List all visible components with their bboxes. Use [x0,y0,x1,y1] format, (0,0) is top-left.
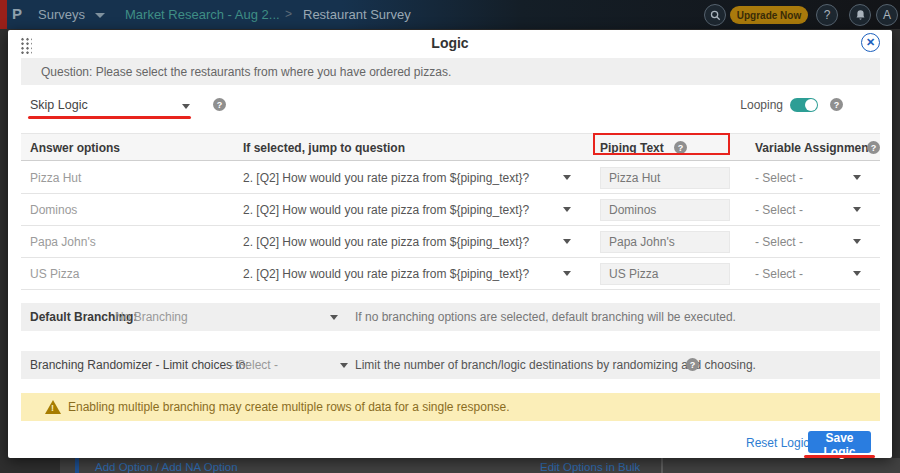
col-header-jump-to-question: If selected, jump to question [243,141,405,155]
branching-randomizer-label: Branching Randomizer - Limit choices to: [30,358,249,372]
piping-text-input[interactable] [600,231,730,253]
jump-to-question-dropdown[interactable]: 2. [Q2] How would you rate pizza from ${… [243,267,583,281]
col-header-variable-assignment: Variable Assignment [755,141,873,155]
jump-to-question-dropdown[interactable]: 2. [Q2] How would you rate pizza from ${… [243,235,583,249]
answer-option-label: Dominos [30,203,77,217]
chevron-down-icon [340,363,348,368]
branching-randomizer-dropdown[interactable]: - Select - [230,358,278,372]
col-header-answer-options: Answer options [30,141,120,155]
avatar[interactable]: A [876,4,898,26]
chevron-down-icon [563,271,571,276]
question-panel-accent [75,458,79,473]
variable-assignment-dropdown[interactable]: - Select - [755,203,865,217]
chevron-down-icon [330,315,338,320]
variable-assignment-dropdown[interactable]: - Select - [755,171,865,185]
question-text: Question: Please select the restaurants … [41,65,451,79]
save-logic-button[interactable]: Save Logic [808,431,871,453]
looping-help-icon[interactable]: ? [830,98,843,111]
question-summary-bar: Question: Please select the restaurants … [21,58,880,85]
chevron-down-icon [95,13,105,18]
sidebar-accent-strip [0,0,7,29]
close-button[interactable]: ✕ [861,33,880,52]
chevron-down-icon [853,175,861,180]
looping-toggle[interactable] [790,98,818,112]
warning-exclamation: ! [51,403,54,413]
answer-option-label: Papa John's [30,235,96,249]
table-row: Pizza Hut 2. [Q2] How would you rate piz… [21,162,880,194]
chevron-down-icon [853,239,861,244]
search-button[interactable] [704,4,726,26]
variable-assignment-help-icon[interactable]: ? [867,141,880,154]
toggle-knob [805,99,817,111]
table-row: Dominos 2. [Q2] How would you rate pizza… [21,194,880,226]
looping-label: Looping [698,98,783,112]
modal-title: Logic [8,35,892,51]
brand-logo[interactable]: P [12,5,22,22]
logic-modal: Logic ✕ Question: Please select the rest… [8,30,892,458]
help-icon: ? [824,8,831,22]
screen: P Surveys Market Research - Aug 2... > R… [0,0,900,473]
piping-text-input[interactable] [600,199,730,221]
breadcrumb-current: Restaurant Survey [303,7,411,22]
chevron-down-icon [563,239,571,244]
skip-logic-help-icon[interactable]: ? [213,98,226,111]
piping-text-input[interactable] [600,167,730,189]
answer-option-label: Pizza Hut [30,171,81,185]
chevron-down-icon [182,104,190,109]
jump-to-question-dropdown[interactable]: 2. [Q2] How would you rate pizza from ${… [243,171,583,185]
table-row: Papa John's 2. [Q2] How would you rate p… [21,226,880,258]
help-button[interactable]: ? [816,4,838,26]
answer-option-label: US Pizza [30,267,79,281]
jump-to-question-dropdown[interactable]: 2. [Q2] How would you rate pizza from ${… [243,203,583,217]
add-option-link[interactable]: Add Option / Add NA Option [95,461,238,473]
edit-options-in-bulk-link[interactable]: Edit Options in Bulk [540,461,640,473]
branching-randomizer-help-icon[interactable]: ? [686,358,699,371]
variable-assignment-dropdown[interactable]: - Select - [755,235,865,249]
bell-icon [855,9,866,21]
logic-type-dropdown[interactable]: Skip Logic [30,98,88,112]
default-branching-dropdown[interactable]: No Branching [115,310,188,324]
chevron-down-icon [563,175,571,180]
default-branching-note: If no branching options are selected, de… [355,310,736,324]
warning-text: Enabling multiple branching may create m… [68,400,510,414]
chevron-down-icon [563,207,571,212]
chevron-down-icon [853,271,861,276]
breadcrumb-parent[interactable]: Market Research - Aug 2... [125,7,280,22]
annotation-underline-skip-logic [28,116,191,119]
upgrade-now-button[interactable]: Upgrade Now [730,6,808,24]
table-row: US Pizza 2. [Q2] How would you rate pizz… [21,258,880,290]
nav-surveys-menu[interactable]: Surveys [38,7,85,22]
piping-text-input[interactable] [600,263,730,285]
logic-table-header: Answer options If selected, jump to ques… [21,133,880,161]
breadcrumb-separator: > [285,7,292,21]
chevron-down-icon [853,207,861,212]
notifications-button[interactable] [849,4,871,26]
annotation-underline-save-logic [804,455,875,458]
app-header: P Surveys Market Research - Aug 2... > R… [0,0,900,29]
variable-assignment-dropdown[interactable]: - Select - [755,267,865,281]
search-icon [710,10,721,21]
reset-logic-link[interactable]: Reset Logic [746,436,809,450]
warning-banner: ! Enabling multiple branching may create… [21,393,880,421]
panel-divider [661,458,663,473]
close-icon: ✕ [866,36,875,49]
annotation-box-piping-text [593,133,730,155]
